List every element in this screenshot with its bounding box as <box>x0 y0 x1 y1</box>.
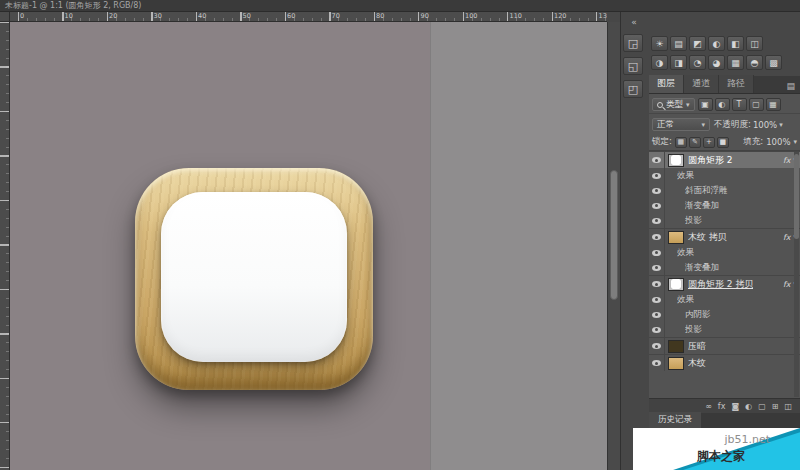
layer-group-icon[interactable]: ▢ <box>758 402 766 411</box>
layer-name[interactable]: 压暗 <box>688 340 706 353</box>
layer-name[interactable]: 投影 <box>685 324 702 336</box>
layer-mask-icon[interactable]: ◙ <box>731 402 739 411</box>
layer-row[interactable]: 木纹 拷贝fx▾ <box>649 228 800 245</box>
invert-icon[interactable]: ◓ <box>746 55 763 70</box>
tab-history[interactable]: 历史记录 <box>649 412 701 428</box>
canvas-vertical-scrollbar[interactable] <box>607 22 620 470</box>
photo-filter-icon[interactable]: ◔ <box>689 55 706 70</box>
effect-row[interactable]: 效果 <box>649 168 800 183</box>
visibility-toggle[interactable] <box>649 355 665 371</box>
layer-name[interactable]: 渐变叠加 <box>685 262 719 274</box>
filter-type-layers-icon[interactable]: T <box>732 98 747 111</box>
visibility-toggle[interactable] <box>649 168 665 183</box>
effect-row[interactable]: 效果 <box>649 245 800 260</box>
layer-style-icon[interactable]: fx <box>718 402 726 411</box>
link-layers-icon[interactable]: ∞ <box>705 402 712 411</box>
opacity-value[interactable]: 100% <box>753 120 777 130</box>
layer-name[interactable]: 木纹 拷贝 <box>688 231 727 244</box>
levels-icon[interactable]: ▤ <box>670 36 687 51</box>
opacity-control[interactable]: 不透明度: 100% ▾ <box>714 119 783 131</box>
layer-name[interactable]: 效果 <box>677 247 694 259</box>
visibility-toggle[interactable] <box>649 276 665 292</box>
lock-pixels-icon[interactable]: ✎ <box>689 137 701 148</box>
layer-name[interactable]: 投影 <box>685 215 702 227</box>
effect-row[interactable]: 渐变叠加 <box>649 260 800 275</box>
visibility-toggle[interactable] <box>649 338 665 354</box>
visibility-toggle[interactable] <box>649 183 665 198</box>
layer-name[interactable]: 圆角矩形 2 拷贝 <box>688 278 753 291</box>
layer-name[interactable]: 渐变叠加 <box>685 200 719 212</box>
filter-adjustment-layers-icon[interactable]: ◐ <box>715 98 730 111</box>
layer-thumbnail[interactable] <box>668 340 684 353</box>
color-balance-icon[interactable]: ◑ <box>651 55 668 70</box>
effect-row[interactable]: 内阴影 <box>649 307 800 322</box>
document-title-bar[interactable]: 未标题-1 @ 1:1 (圆角矩形 2, RGB/8) <box>0 0 800 12</box>
filter-pixel-layers-icon[interactable]: ▣ <box>698 98 713 111</box>
layer-row[interactable]: 圆角矩形 2fx▾ <box>649 151 800 168</box>
visibility-toggle[interactable] <box>649 260 665 275</box>
properties-panel-icon[interactable]: ◱ <box>623 57 643 75</box>
exposure-icon[interactable]: ◐ <box>708 36 725 51</box>
tab-layers[interactable]: 图层 <box>649 75 684 93</box>
layer-thumbnail[interactable] <box>668 231 684 244</box>
layer-name[interactable]: 木纹 <box>688 357 706 370</box>
info-panel-icon[interactable]: ◰ <box>623 80 643 98</box>
filter-shape-layers-icon[interactable]: ▢ <box>749 98 764 111</box>
layers-list[interactable]: 圆角矩形 2fx▾效果斜面和浮雕渐变叠加投影木纹 拷贝fx▾效果渐变叠加圆角矩形… <box>649 151 800 398</box>
visibility-toggle[interactable] <box>649 307 665 322</box>
layer-name[interactable]: 斜面和浮雕 <box>685 185 728 197</box>
layer-thumbnail[interactable] <box>668 278 684 291</box>
visibility-toggle[interactable] <box>649 322 665 337</box>
visibility-toggle[interactable] <box>649 245 665 260</box>
layer-thumbnail[interactable] <box>668 154 684 167</box>
collapse-dock-button[interactable]: « <box>625 16 643 28</box>
visibility-toggle[interactable] <box>649 152 665 168</box>
visibility-toggle[interactable] <box>649 292 665 307</box>
effect-row[interactable]: 斜面和浮雕 <box>649 183 800 198</box>
visibility-toggle[interactable] <box>649 213 665 228</box>
fill-value[interactable]: 100% <box>766 137 790 147</box>
layer-row[interactable]: 圆角矩形 2 拷贝fx▾ <box>649 275 800 292</box>
channel-mixer-icon[interactable]: ◕ <box>708 55 725 70</box>
panel-menu-icon[interactable]: ▤ <box>786 81 800 93</box>
effect-row[interactable]: 投影 <box>649 322 800 337</box>
layer-thumbnail[interactable] <box>668 357 684 370</box>
layer-row[interactable]: 木纹 <box>649 354 800 371</box>
blend-mode-dropdown[interactable]: 正常 ▾ <box>652 118 710 131</box>
lock-position-icon[interactable]: + <box>703 137 715 148</box>
lock-all-icon[interactable]: ■ <box>717 137 729 148</box>
scrollbar-thumb[interactable] <box>610 170 618 300</box>
lock-transparency-icon[interactable]: ▦ <box>675 137 687 148</box>
color-lookup-icon[interactable]: ▦ <box>727 55 744 70</box>
delete-layer-icon[interactable]: ◫ <box>784 402 792 411</box>
layer-name[interactable]: 内阴影 <box>685 309 711 321</box>
horizontal-ruler[interactable]: 0102030405060708090100110120130 <box>10 12 607 22</box>
filter-smart-objects-icon[interactable]: ▦ <box>766 98 781 111</box>
vibrance-icon[interactable]: ◧ <box>727 36 744 51</box>
new-layer-icon[interactable]: ⊞ <box>772 402 779 411</box>
layer-row[interactable]: 压暗 <box>649 337 800 354</box>
vertical-ruler[interactable] <box>0 22 10 470</box>
adjustment-layer-icon[interactable]: ◐ <box>745 402 752 411</box>
effect-row[interactable]: 渐变叠加 <box>649 198 800 213</box>
posterize-icon[interactable]: ▩ <box>765 55 782 70</box>
effect-row[interactable]: 投影 <box>649 213 800 228</box>
visibility-toggle[interactable] <box>649 198 665 213</box>
effect-row[interactable]: 效果 <box>649 292 800 307</box>
hue-saturation-icon[interactable]: ◫ <box>746 36 763 51</box>
brightness-contrast-icon[interactable]: ☀ <box>651 36 668 51</box>
visibility-toggle[interactable] <box>649 229 665 245</box>
canvas-area[interactable] <box>10 22 607 470</box>
tab-channels[interactable]: 通道 <box>684 75 719 93</box>
icon-white-plate[interactable] <box>161 192 347 362</box>
history-panel-icon[interactable]: ◲ <box>623 34 643 52</box>
black-white-icon[interactable]: ◨ <box>670 55 687 70</box>
filter-scope-dropdown[interactable]: 类型 ▾ <box>652 98 695 111</box>
layers-panel-scrollbar[interactable] <box>794 152 799 397</box>
layer-name[interactable]: 圆角矩形 2 <box>688 154 733 167</box>
wood-icon-artwork[interactable] <box>135 168 373 390</box>
layer-name[interactable]: 效果 <box>677 294 694 306</box>
layer-name[interactable]: 效果 <box>677 170 694 182</box>
curves-icon[interactable]: ◩ <box>689 36 706 51</box>
scrollbar-thumb[interactable] <box>794 154 799 239</box>
